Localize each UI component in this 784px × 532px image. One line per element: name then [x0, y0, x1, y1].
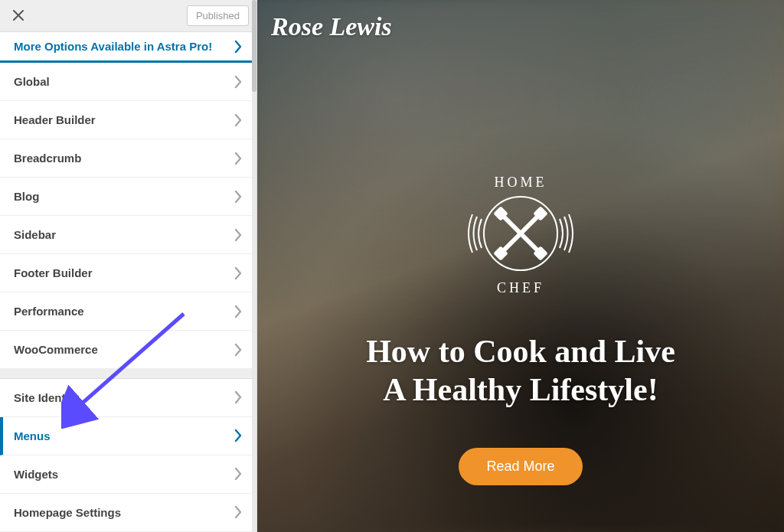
chevron-right-icon: [234, 151, 243, 166]
section-label: Footer Builder: [14, 266, 93, 279]
headline-line-2: A Healthy Lifestyle!: [383, 372, 658, 407]
section-label: Sidebar: [14, 228, 56, 241]
section-label: Site Identity: [14, 391, 79, 404]
chevron-right-icon: [234, 304, 243, 319]
section-label: WooCommerce: [14, 343, 98, 356]
sidebar-scrollbar[interactable]: [252, 0, 256, 532]
chevron-right-icon: [234, 390, 243, 405]
astra-pro-promo[interactable]: More Options Available in Astra Pro!: [0, 32, 256, 63]
section-label: Global: [14, 75, 50, 88]
hero-section: HOME CHEF: [257, 168, 784, 485]
section-label: Blog: [14, 190, 39, 203]
chevron-right-icon: [234, 428, 243, 443]
section-breadcrumb[interactable]: Breadcrumb: [0, 139, 256, 178]
section-sidebar[interactable]: Sidebar: [0, 216, 256, 254]
section-site-identity[interactable]: Site Identity: [0, 379, 256, 417]
customizer-sidebar: Published More Options Available in Astr…: [0, 0, 257, 532]
section-label: Breadcrumb: [14, 152, 81, 165]
chevron-right-icon: [234, 39, 243, 54]
section-homepage-settings[interactable]: Homepage Settings: [0, 494, 256, 532]
section-divider: [0, 369, 256, 379]
section-global[interactable]: Global: [0, 63, 256, 101]
section-footer-builder[interactable]: Footer Builder: [0, 254, 256, 292]
chevron-right-icon: [234, 227, 243, 243]
chevron-right-icon: [234, 74, 243, 90]
hero-headline: How to Cook and Live A Healthy Lifestyle…: [257, 332, 784, 410]
chevron-right-icon: [234, 266, 243, 281]
section-label: Homepage Settings: [14, 506, 121, 519]
section-header-builder[interactable]: Header Builder: [0, 101, 256, 139]
section-widgets[interactable]: Widgets: [0, 455, 256, 494]
published-status-button[interactable]: Published: [187, 5, 249, 26]
read-more-button[interactable]: Read More: [459, 448, 582, 485]
close-icon: [12, 9, 24, 21]
chevron-right-icon: [234, 113, 243, 128]
section-performance[interactable]: Performance: [0, 292, 256, 331]
chevron-right-icon: [234, 189, 243, 204]
section-label: Widgets: [14, 468, 58, 481]
section-woocommerce[interactable]: WooCommerce: [0, 331, 256, 369]
section-blog[interactable]: Blog: [0, 178, 256, 216]
close-button[interactable]: [8, 5, 29, 26]
section-label: Menus: [14, 429, 51, 442]
chevron-right-icon: [234, 342, 243, 357]
chevron-right-icon: [234, 466, 243, 481]
home-chef-emblem: HOME CHEF: [456, 168, 586, 302]
emblem-text-top: HOME: [495, 175, 547, 190]
scrollbar-thumb[interactable]: [252, 0, 256, 92]
emblem-text-bottom: CHEF: [497, 280, 544, 295]
promo-label: More Options Available in Astra Pro!: [14, 40, 212, 53]
section-menus[interactable]: Menus: [0, 417, 256, 455]
site-brand-logo[interactable]: Rose Lewis: [271, 12, 392, 41]
chevron-right-icon: [234, 504, 243, 520]
sidebar-header: Published: [0, 0, 256, 32]
section-label: Performance: [14, 305, 84, 318]
headline-line-1: How to Cook and Live: [366, 334, 675, 369]
section-label: Header Builder: [14, 113, 96, 126]
site-preview: Rose Lewis HOME CHEF: [257, 0, 784, 532]
